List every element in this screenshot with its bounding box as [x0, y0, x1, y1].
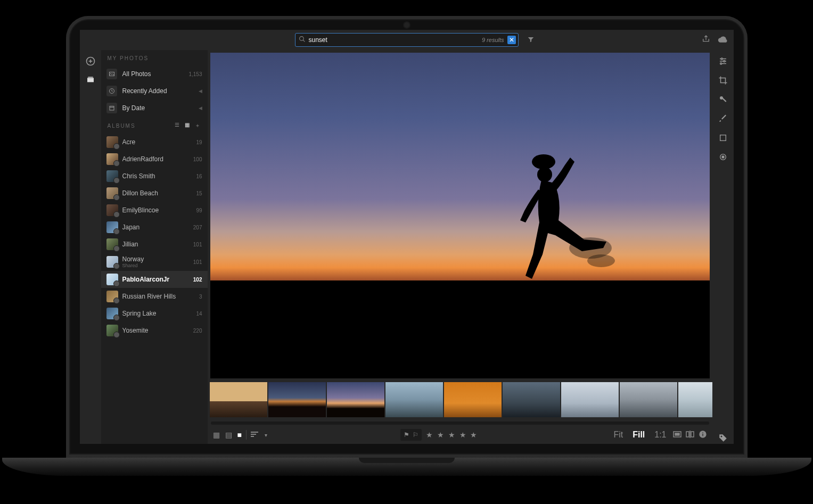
left-rail: [80, 50, 101, 444]
zoom-fit[interactable]: Fit: [611, 430, 625, 440]
album-name: Spring Lake: [122, 310, 192, 317]
filmstrip-thumb[interactable]: [561, 382, 619, 417]
filmstrip[interactable]: [208, 381, 712, 420]
share-icon[interactable]: [702, 35, 710, 45]
filmstrip-thumb[interactable]: [503, 382, 560, 417]
linear-gradient-icon[interactable]: [717, 132, 729, 144]
cloud-sync-icon[interactable]: [718, 35, 728, 45]
flag-pick-icon[interactable]: ⚑: [403, 430, 410, 440]
album-thumb: [106, 291, 118, 302]
sync-badge-icon: [113, 143, 120, 150]
tag-icon[interactable]: [717, 432, 729, 444]
album-yosemite[interactable]: Yosemite220: [101, 322, 208, 339]
svg-point-0: [299, 37, 303, 41]
svg-point-14: [587, 254, 615, 267]
filmstrip-thumb[interactable]: [678, 382, 712, 417]
svg-rect-20: [686, 432, 689, 437]
svg-point-11: [532, 154, 555, 169]
brush-icon[interactable]: [717, 113, 729, 125]
chevron-left-icon: ◀: [199, 105, 202, 111]
filmstrip-scrollbar[interactable]: [211, 422, 709, 425]
filmstrip-thumb[interactable]: [327, 382, 384, 417]
svg-rect-33: [722, 98, 726, 102]
filmstrip-thumb[interactable]: [620, 382, 677, 417]
filmstrip-thumb[interactable]: [385, 382, 443, 417]
healing-brush-icon[interactable]: [717, 94, 729, 105]
album-name: Russian River Hills: [122, 293, 195, 300]
nav-by-date[interactable]: By Date ◀: [101, 100, 208, 117]
album-count: 100: [193, 156, 202, 162]
album-acre[interactable]: Acre19: [101, 134, 208, 151]
album-norway[interactable]: NorwayShared101: [101, 253, 208, 271]
main-area: ▦ ▤ ■ ▾ ⚑ ⚐ ★ ★ ★ ★ ★ Fit Fill: [208, 50, 712, 444]
album-name: Dillon Beach: [122, 189, 192, 197]
radial-gradient-icon[interactable]: [717, 151, 729, 163]
info-icon[interactable]: [699, 430, 707, 440]
add-album-button[interactable]: ＋: [195, 122, 201, 129]
album-jillian[interactable]: Jillian101: [101, 236, 208, 253]
grid-view-icon[interactable]: ▦: [185, 122, 191, 129]
svg-rect-19: [675, 433, 679, 435]
album-thumb: [106, 204, 118, 216]
filter-icon[interactable]: [527, 36, 535, 45]
crop-icon[interactable]: [717, 75, 729, 86]
flag-controls[interactable]: ⚑ ⚐: [400, 429, 422, 441]
grid-large-icon[interactable]: ▤: [225, 431, 232, 439]
photos-icon: [106, 69, 117, 79]
nav-recently-added[interactable]: Recently Added ◀: [101, 82, 208, 100]
flag-reject-icon[interactable]: ⚐: [412, 430, 420, 440]
single-view-icon[interactable]: ■: [237, 431, 242, 439]
nav-all-photos[interactable]: All Photos 1,153: [101, 65, 208, 82]
list-view-icon[interactable]: ☰: [175, 122, 180, 129]
compare-icon[interactable]: [686, 431, 694, 440]
add-photos-button[interactable]: [85, 55, 96, 67]
album-thumb: [106, 256, 118, 268]
adjust-sliders-icon[interactable]: [717, 55, 729, 67]
overlay-icon[interactable]: [673, 431, 681, 439]
sort-icon[interactable]: [251, 431, 260, 439]
bottom-toolbar: ▦ ▤ ■ ▾ ⚑ ⚐ ★ ★ ★ ★ ★ Fit Fill: [208, 426, 712, 444]
album-dillon-beach[interactable]: Dillon Beach15: [101, 185, 208, 202]
chevron-down-icon[interactable]: ▾: [265, 432, 267, 438]
grid-small-icon[interactable]: ▦: [213, 431, 220, 439]
album-japan[interactable]: Japan207: [101, 219, 208, 236]
sync-badge-icon: [113, 177, 120, 184]
sync-badge-icon: [113, 263, 120, 269]
search-field[interactable]: 9 results ✕: [295, 33, 519, 47]
album-count: 15: [196, 191, 202, 196]
svg-rect-9: [110, 106, 114, 111]
zoom-fill[interactable]: Fill: [630, 430, 647, 440]
search-input[interactable]: [308, 36, 479, 44]
album-pabloalarconjr[interactable]: PabloAlarconJr102: [101, 271, 208, 288]
sync-badge-icon: [113, 245, 120, 252]
svg-rect-24: [702, 433, 703, 436]
svg-point-31: [720, 63, 721, 64]
library-icon[interactable]: [85, 73, 96, 85]
album-chris-smith[interactable]: Chris Smith16: [101, 168, 208, 185]
photo-preview[interactable]: [210, 53, 710, 378]
sync-badge-icon: [113, 298, 120, 304]
album-thumb: [106, 274, 118, 285]
album-name: EmilyBlincoe: [122, 206, 192, 214]
laptop-camera: [404, 22, 409, 28]
svg-point-32: [720, 96, 723, 100]
album-adrienradford[interactable]: AdrienRadford100: [101, 151, 208, 168]
svg-line-1: [303, 40, 305, 42]
svg-rect-25: [702, 432, 703, 433]
album-russian-river-hills[interactable]: Russian River Hills3: [101, 288, 208, 305]
album-count: 14: [196, 311, 202, 317]
album-count: 207: [193, 225, 202, 230]
album-spring-lake[interactable]: Spring Lake14: [101, 305, 208, 322]
album-emilyblincoe[interactable]: EmilyBlincoe99: [101, 202, 208, 219]
svg-point-36: [722, 156, 724, 158]
album-count: 102: [193, 277, 202, 283]
top-bar: 9 results ✕: [80, 30, 734, 50]
filmstrip-thumb[interactable]: [210, 382, 267, 417]
clear-search-button[interactable]: ✕: [507, 36, 516, 44]
my-photos-header: MY PHOTOS: [101, 50, 208, 65]
rating-stars[interactable]: ★ ★ ★ ★ ★: [426, 431, 479, 439]
zoom-1to1[interactable]: 1:1: [652, 430, 668, 440]
album-name: PabloAlarconJr: [122, 276, 189, 283]
filmstrip-thumb[interactable]: [268, 382, 326, 417]
filmstrip-thumb[interactable]: [444, 382, 502, 417]
